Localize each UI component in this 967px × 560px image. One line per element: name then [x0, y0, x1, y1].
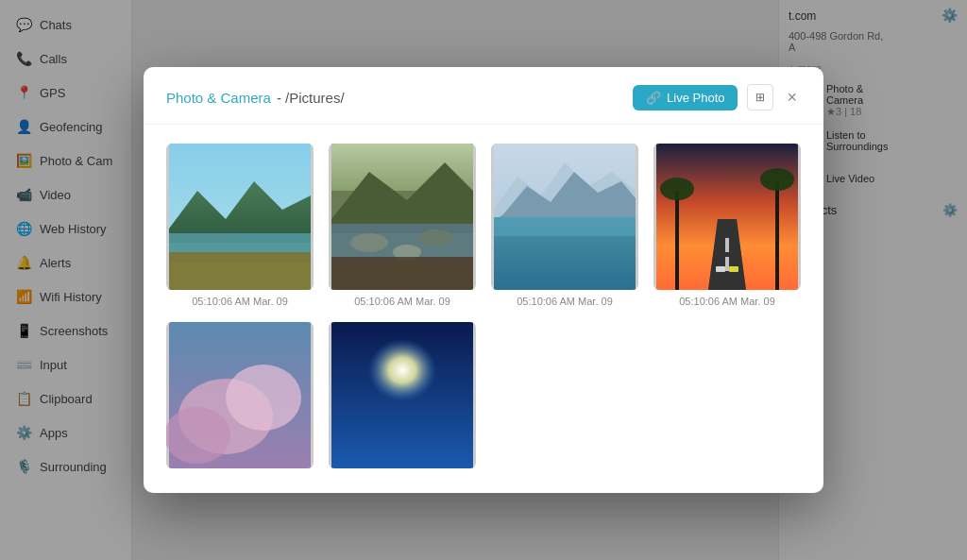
- modal-title-separator: -: [277, 90, 285, 106]
- photo-item-2[interactable]: 05:10:06 AM Mar. 09: [329, 144, 476, 307]
- svg-point-32: [166, 407, 230, 464]
- svg-rect-4: [169, 252, 311, 290]
- svg-rect-23: [675, 191, 679, 290]
- photo-timestamp-2: 05:10:06 AM Mar. 09: [329, 296, 476, 307]
- modal-title-path: - /Pictures/: [277, 90, 345, 106]
- photo-grid: 05:10:06 AM Mar. 09: [166, 144, 801, 474]
- photo-item-1[interactable]: 05:10:06 AM Mar. 09: [166, 144, 314, 307]
- svg-point-24: [660, 178, 694, 200]
- modal-body: 05:10:06 AM Mar. 09: [144, 125, 823, 493]
- photo-camera-modal: Photo & Camera - /Pictures/ 🔗 Live Photo…: [144, 67, 823, 493]
- svg-rect-22: [725, 257, 729, 271]
- close-icon: ×: [787, 88, 797, 107]
- svg-point-26: [760, 168, 794, 191]
- svg-rect-27: [716, 266, 725, 272]
- photo-thumb-1: [166, 144, 314, 290]
- photo-timestamp-3: 05:10:06 AM Mar. 09: [491, 296, 638, 307]
- modal-path-value: /Pictures/: [285, 90, 345, 106]
- live-photo-icon: 🔗: [646, 91, 661, 105]
- photo-item-3[interactable]: 05:10:06 AM Mar. 09: [491, 144, 638, 307]
- photo-item-4[interactable]: 05:10:06 AM Mar. 09: [653, 144, 801, 307]
- svg-rect-25: [775, 181, 779, 290]
- svg-point-34: [346, 329, 459, 433]
- modal-header: Photo & Camera - /Pictures/ 🔗 Live Photo…: [144, 67, 823, 125]
- modal-close-button[interactable]: ×: [783, 87, 801, 108]
- modal-title-app: Photo & Camera: [166, 90, 271, 106]
- svg-point-9: [350, 233, 388, 252]
- photo-thumb-2: [329, 144, 476, 290]
- grid-icon: ⊞: [755, 91, 765, 104]
- modal-overlay[interactable]: Photo & Camera - /Pictures/ 🔗 Live Photo…: [0, 0, 967, 560]
- grid-view-button[interactable]: ⊞: [747, 84, 773, 110]
- photo-thumb-5: [166, 322, 314, 468]
- live-photo-button[interactable]: 🔗 Live Photo: [633, 85, 738, 110]
- photo-timestamp-4: 05:10:06 AM Mar. 09: [653, 296, 801, 307]
- svg-rect-12: [331, 257, 473, 290]
- svg-point-11: [418, 229, 452, 246]
- modal-header-actions: 🔗 Live Photo ⊞ ×: [633, 84, 801, 110]
- svg-rect-28: [729, 266, 738, 272]
- photo-item-5[interactable]: [166, 322, 314, 474]
- photo-thumb-6: [329, 322, 476, 468]
- svg-point-31: [226, 365, 301, 431]
- svg-rect-17: [494, 217, 636, 236]
- svg-rect-21: [725, 238, 729, 252]
- photo-timestamp-1: 05:10:06 AM Mar. 09: [166, 296, 314, 307]
- photo-thumb-4: [653, 144, 801, 290]
- modal-title: Photo & Camera - /Pictures/: [166, 90, 345, 106]
- live-photo-label: Live Photo: [667, 91, 724, 105]
- photo-item-6[interactable]: [329, 322, 476, 474]
- photo-thumb-3: [491, 144, 638, 290]
